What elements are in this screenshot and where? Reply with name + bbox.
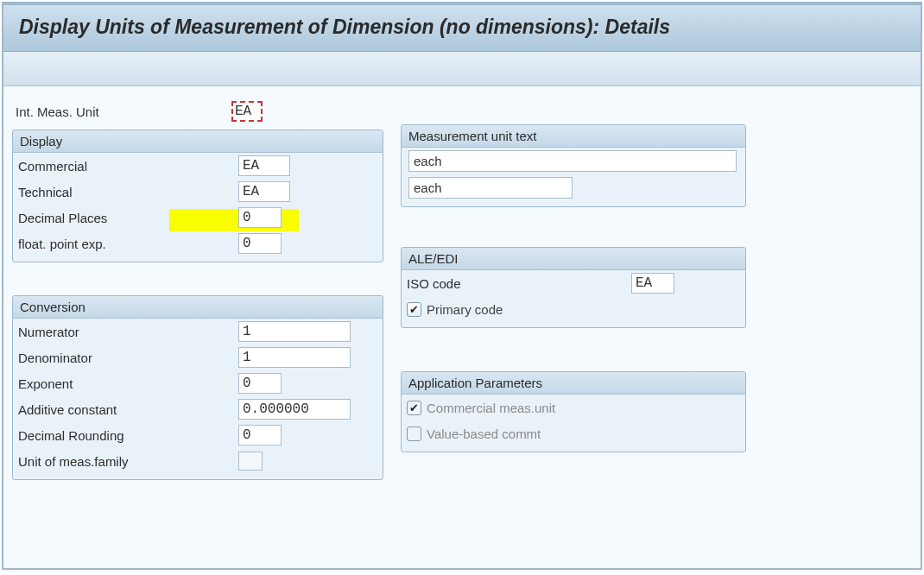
int-meas-unit-row: Int. Meas. Unit EA — [16, 98, 383, 124]
iso-code-label: ISO code — [407, 276, 631, 291]
display-group-title: Display — [13, 130, 383, 153]
display-group: Display Commercial EA Technical EA Decim… — [12, 130, 383, 262]
primary-code-label: Primary code — [427, 302, 503, 317]
commercial-label: Commercial — [18, 159, 238, 174]
exponent-field[interactable]: 0 — [238, 373, 282, 394]
float-exp-field[interactable]: 0 — [238, 233, 282, 254]
right-column: Measurement unit text each each ALE/EDI … — [401, 124, 746, 468]
meas-text-group: Measurement unit text each each — [401, 124, 746, 207]
int-meas-unit-field[interactable]: EA — [231, 101, 263, 122]
ale-group: ALE/EDI ISO code EA ✔ Primary code — [401, 247, 746, 328]
decimal-places-field[interactable]: 0 — [238, 207, 282, 228]
window: Display Units of Measurement of Dimensio… — [2, 2, 922, 570]
app-params-group-title: Application Parameters — [402, 372, 745, 395]
family-field[interactable] — [238, 452, 263, 471]
conversion-group-title: Conversion — [13, 296, 383, 319]
checkbox-icon — [407, 427, 421, 441]
technical-field[interactable]: EA — [238, 181, 290, 202]
iso-code-field[interactable]: EA — [631, 273, 674, 294]
content: Int. Meas. Unit EA Display Commercial EA… — [3, 86, 921, 504]
decround-label: Decimal Rounding — [18, 428, 238, 443]
numerator-field[interactable]: 1 — [238, 321, 351, 342]
titlebar: Display Units of Measurement of Dimensio… — [3, 5, 921, 52]
value-based-checkbox[interactable]: Value-based commt — [407, 427, 541, 441]
conversion-group: Conversion Numerator 1 Denominator 1 Exp… — [12, 295, 383, 480]
meas-text-group-title: Measurement unit text — [402, 125, 745, 148]
decimal-places-label: Decimal Places — [18, 211, 238, 225]
meas-text-line2[interactable]: each — [408, 177, 573, 199]
numerator-label: Numerator — [18, 325, 238, 339]
additive-field[interactable]: 0.000000 — [238, 399, 351, 420]
technical-label: Technical — [18, 185, 238, 199]
page-title: Display Units of Measurement of Dimensio… — [19, 16, 905, 39]
commercial-field[interactable]: EA — [238, 155, 290, 176]
exponent-label: Exponent — [18, 376, 238, 391]
float-exp-label: float. point exp. — [18, 237, 238, 251]
toolbar — [3, 52, 921, 86]
commercial-meas-checkbox[interactable]: ✔ Commercial meas.unit — [407, 401, 555, 415]
app-params-group: Application Parameters ✔ Commercial meas… — [401, 371, 746, 452]
family-label: Unit of meas.family — [18, 454, 238, 469]
checkbox-icon: ✔ — [407, 401, 421, 415]
decround-field[interactable]: 0 — [238, 425, 282, 445]
denominator-field[interactable]: 1 — [238, 347, 351, 368]
int-meas-unit-label: Int. Meas. Unit — [16, 104, 231, 119]
checkbox-icon: ✔ — [407, 302, 421, 317]
denominator-label: Denominator — [18, 351, 238, 365]
value-based-label: Value-based commt — [427, 427, 541, 441]
left-column: Int. Meas. Unit EA Display Commercial EA… — [12, 98, 383, 496]
ale-group-title: ALE/EDI — [402, 248, 745, 270]
additive-label: Additive constant — [18, 402, 238, 417]
primary-code-checkbox[interactable]: ✔ Primary code — [407, 302, 503, 317]
commercial-meas-label: Commercial meas.unit — [427, 401, 555, 415]
meas-text-line1[interactable]: each — [408, 150, 737, 172]
